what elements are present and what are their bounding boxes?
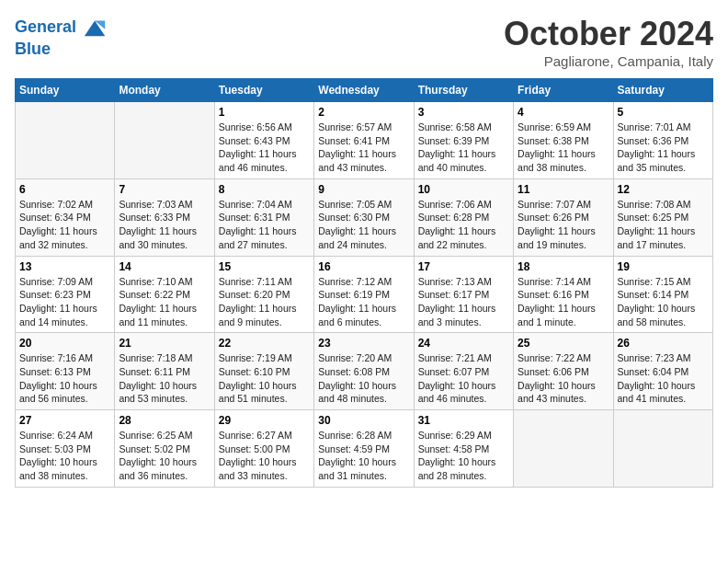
day-number: 29 bbox=[219, 414, 310, 427]
day-number: 8 bbox=[219, 183, 310, 196]
calendar-cell bbox=[613, 410, 712, 488]
calendar-cell: 6Sunrise: 7:02 AM Sunset: 6:34 PM Daylig… bbox=[16, 178, 115, 256]
day-number: 17 bbox=[418, 260, 509, 273]
calendar-table: SundayMondayTuesdayWednesdayThursdayFrid… bbox=[15, 78, 713, 488]
day-info: Sunrise: 6:24 AM Sunset: 5:03 PM Dayligh… bbox=[19, 429, 110, 483]
calendar-cell: 20Sunrise: 7:16 AM Sunset: 6:13 PM Dayli… bbox=[16, 333, 115, 410]
calendar-cell: 5Sunrise: 7:01 AM Sunset: 6:36 PM Daylig… bbox=[613, 102, 712, 179]
day-info: Sunrise: 7:11 AM Sunset: 6:20 PM Dayligh… bbox=[219, 275, 310, 329]
calendar-cell: 31Sunrise: 6:29 AM Sunset: 4:58 PM Dayli… bbox=[414, 410, 513, 488]
day-number: 28 bbox=[119, 414, 210, 427]
calendar-cell: 9Sunrise: 7:05 AM Sunset: 6:30 PM Daylig… bbox=[314, 178, 414, 256]
logo: General Blue bbox=[15, 15, 108, 59]
calendar-cell: 19Sunrise: 7:15 AM Sunset: 6:14 PM Dayli… bbox=[613, 256, 712, 333]
day-info: Sunrise: 6:28 AM Sunset: 4:59 PM Dayligh… bbox=[318, 429, 409, 483]
calendar-cell: 18Sunrise: 7:14 AM Sunset: 6:16 PM Dayli… bbox=[514, 256, 613, 333]
day-number: 11 bbox=[518, 183, 609, 196]
day-info: Sunrise: 7:13 AM Sunset: 6:17 PM Dayligh… bbox=[418, 275, 509, 329]
day-info: Sunrise: 7:04 AM Sunset: 6:31 PM Dayligh… bbox=[219, 198, 310, 252]
week-row-4: 20Sunrise: 7:16 AM Sunset: 6:13 PM Dayli… bbox=[16, 333, 713, 410]
day-info: Sunrise: 7:06 AM Sunset: 6:28 PM Dayligh… bbox=[418, 198, 509, 252]
calendar-cell: 22Sunrise: 7:19 AM Sunset: 6:10 PM Dayli… bbox=[214, 333, 313, 410]
day-number: 6 bbox=[19, 183, 110, 196]
calendar-cell: 27Sunrise: 6:24 AM Sunset: 5:03 PM Dayli… bbox=[16, 410, 115, 488]
month-title: October 2024 bbox=[504, 15, 713, 53]
day-number: 27 bbox=[19, 414, 110, 427]
day-number: 15 bbox=[219, 260, 310, 273]
calendar-cell bbox=[514, 410, 613, 488]
day-info: Sunrise: 7:21 AM Sunset: 6:07 PM Dayligh… bbox=[418, 351, 509, 406]
weekday-header-sunday: Sunday bbox=[16, 79, 115, 102]
day-info: Sunrise: 6:56 AM Sunset: 6:43 PM Dayligh… bbox=[219, 121, 310, 175]
day-info: Sunrise: 6:59 AM Sunset: 6:38 PM Dayligh… bbox=[518, 121, 609, 175]
weekday-header-friday: Friday bbox=[514, 79, 613, 102]
calendar-cell: 23Sunrise: 7:20 AM Sunset: 6:08 PM Dayli… bbox=[314, 333, 414, 410]
calendar-cell: 13Sunrise: 7:09 AM Sunset: 6:23 PM Dayli… bbox=[16, 256, 115, 333]
week-row-5: 27Sunrise: 6:24 AM Sunset: 5:03 PM Dayli… bbox=[16, 410, 713, 488]
day-number: 2 bbox=[318, 106, 409, 119]
day-info: Sunrise: 7:16 AM Sunset: 6:13 PM Dayligh… bbox=[19, 351, 110, 406]
logo-blue: Blue bbox=[15, 40, 108, 59]
day-number: 23 bbox=[318, 337, 409, 350]
day-info: Sunrise: 7:23 AM Sunset: 6:04 PM Dayligh… bbox=[618, 351, 709, 406]
logo-general: General bbox=[15, 17, 76, 36]
weekday-header-saturday: Saturday bbox=[613, 79, 712, 102]
day-number: 16 bbox=[318, 260, 409, 273]
calendar-cell bbox=[16, 102, 115, 179]
logo-icon bbox=[83, 15, 108, 40]
day-info: Sunrise: 6:58 AM Sunset: 6:39 PM Dayligh… bbox=[418, 121, 509, 175]
day-number: 12 bbox=[618, 183, 709, 196]
calendar-cell: 1Sunrise: 6:56 AM Sunset: 6:43 PM Daylig… bbox=[214, 102, 313, 179]
week-row-1: 1Sunrise: 6:56 AM Sunset: 6:43 PM Daylig… bbox=[16, 102, 713, 179]
day-number: 30 bbox=[318, 414, 409, 427]
calendar-cell: 29Sunrise: 6:27 AM Sunset: 5:00 PM Dayli… bbox=[214, 410, 313, 488]
day-info: Sunrise: 7:15 AM Sunset: 6:14 PM Dayligh… bbox=[618, 275, 709, 329]
day-info: Sunrise: 7:01 AM Sunset: 6:36 PM Dayligh… bbox=[618, 121, 709, 175]
calendar-cell bbox=[115, 102, 214, 179]
calendar-cell: 8Sunrise: 7:04 AM Sunset: 6:31 PM Daylig… bbox=[214, 178, 313, 256]
calendar-cell: 4Sunrise: 6:59 AM Sunset: 6:38 PM Daylig… bbox=[514, 102, 613, 179]
calendar-cell: 16Sunrise: 7:12 AM Sunset: 6:19 PM Dayli… bbox=[314, 256, 414, 333]
day-number: 20 bbox=[19, 337, 110, 350]
day-info: Sunrise: 6:27 AM Sunset: 5:00 PM Dayligh… bbox=[219, 429, 310, 483]
calendar-cell: 30Sunrise: 6:28 AM Sunset: 4:59 PM Dayli… bbox=[314, 410, 414, 488]
week-row-3: 13Sunrise: 7:09 AM Sunset: 6:23 PM Dayli… bbox=[16, 256, 713, 333]
day-info: Sunrise: 6:29 AM Sunset: 4:58 PM Dayligh… bbox=[418, 429, 509, 483]
day-info: Sunrise: 7:08 AM Sunset: 6:25 PM Dayligh… bbox=[618, 198, 709, 252]
calendar-cell: 17Sunrise: 7:13 AM Sunset: 6:17 PM Dayli… bbox=[414, 256, 513, 333]
day-info: Sunrise: 7:22 AM Sunset: 6:06 PM Dayligh… bbox=[518, 351, 609, 406]
day-number: 14 bbox=[119, 260, 210, 273]
day-number: 7 bbox=[119, 183, 210, 196]
day-info: Sunrise: 7:09 AM Sunset: 6:23 PM Dayligh… bbox=[19, 275, 110, 329]
day-number: 25 bbox=[518, 337, 609, 350]
calendar-cell: 12Sunrise: 7:08 AM Sunset: 6:25 PM Dayli… bbox=[613, 178, 712, 256]
day-number: 19 bbox=[618, 260, 709, 273]
calendar-cell: 2Sunrise: 6:57 AM Sunset: 6:41 PM Daylig… bbox=[314, 102, 414, 179]
day-info: Sunrise: 7:05 AM Sunset: 6:30 PM Dayligh… bbox=[318, 198, 409, 252]
weekday-header-wednesday: Wednesday bbox=[314, 79, 414, 102]
day-info: Sunrise: 7:07 AM Sunset: 6:26 PM Dayligh… bbox=[518, 198, 609, 252]
day-number: 22 bbox=[219, 337, 310, 350]
day-number: 10 bbox=[418, 183, 509, 196]
day-info: Sunrise: 6:57 AM Sunset: 6:41 PM Dayligh… bbox=[318, 121, 409, 175]
calendar-cell: 26Sunrise: 7:23 AM Sunset: 6:04 PM Dayli… bbox=[613, 333, 712, 410]
day-info: Sunrise: 7:03 AM Sunset: 6:33 PM Dayligh… bbox=[119, 198, 210, 252]
location: Pagliarone, Campania, Italy bbox=[504, 53, 713, 69]
day-number: 18 bbox=[518, 260, 609, 273]
calendar-cell: 24Sunrise: 7:21 AM Sunset: 6:07 PM Dayli… bbox=[414, 333, 513, 410]
week-row-2: 6Sunrise: 7:02 AM Sunset: 6:34 PM Daylig… bbox=[16, 178, 713, 256]
day-number: 9 bbox=[318, 183, 409, 196]
day-info: Sunrise: 7:12 AM Sunset: 6:19 PM Dayligh… bbox=[318, 275, 409, 329]
day-number: 3 bbox=[418, 106, 509, 119]
day-number: 13 bbox=[19, 260, 110, 273]
calendar-cell: 7Sunrise: 7:03 AM Sunset: 6:33 PM Daylig… bbox=[115, 178, 214, 256]
weekday-header-row: SundayMondayTuesdayWednesdayThursdayFrid… bbox=[16, 79, 713, 102]
day-info: Sunrise: 7:14 AM Sunset: 6:16 PM Dayligh… bbox=[518, 275, 609, 329]
calendar-cell: 14Sunrise: 7:10 AM Sunset: 6:22 PM Dayli… bbox=[115, 256, 214, 333]
day-number: 31 bbox=[418, 414, 509, 427]
weekday-header-thursday: Thursday bbox=[414, 79, 513, 102]
title-block: October 2024 Pagliarone, Campania, Italy bbox=[504, 15, 713, 69]
day-number: 21 bbox=[119, 337, 210, 350]
calendar-cell: 11Sunrise: 7:07 AM Sunset: 6:26 PM Dayli… bbox=[514, 178, 613, 256]
page-header: General Blue October 2024 Pagliarone, Ca… bbox=[15, 15, 713, 69]
